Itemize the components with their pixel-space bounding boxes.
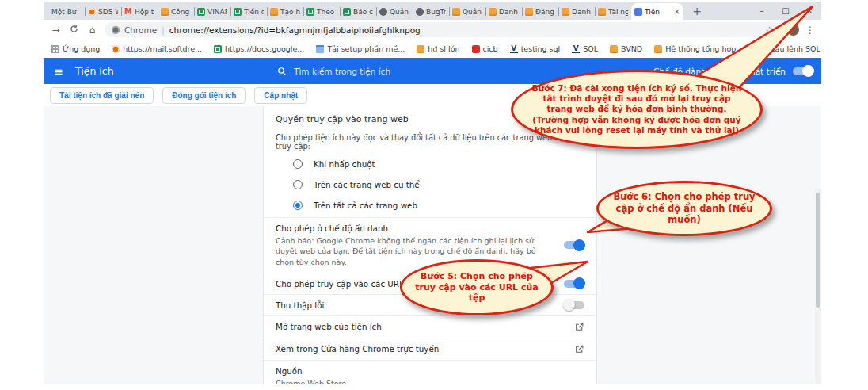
tab[interactable]: Tiến độ [230,3,267,20]
radio-icon[interactable] [293,159,303,169]
bookmark-star-icon[interactable]: ☆ [765,25,774,36]
sheets-icon [343,8,351,16]
tab-label: Công ty [171,8,191,16]
at-icon: @ [748,45,756,53]
invoice-icon [610,45,618,53]
scrollbar-thumb[interactable] [816,193,820,308]
tab-active[interactable]: Tiện× [631,3,683,20]
developer-mode-toggle[interactable] [793,67,813,75]
extensions-search[interactable]: Tìm kiếm trong tiện ích [277,67,390,76]
setting-row-text: Xem trong Cửa hàng Chrome trực tuyến [276,344,439,354]
setting-row: NguồnChrome Web Store [264,361,596,384]
tab-label: SDS We [98,8,118,16]
external-link-icon[interactable] [574,322,584,332]
bookmark-label: Ứng dụng [63,44,100,53]
bookmark-item[interactable]: Ứng dụng [51,44,100,53]
tab[interactable]: Danh s [485,3,522,20]
bookmark-item[interactable]: https://mail.softdre... [112,44,202,53]
tab-close-icon[interactable]: × [674,7,680,16]
sheets-icon [197,8,205,16]
tab-label: Danh s [499,8,519,16]
bookmark-label: Tải setup phần mề... [327,44,405,53]
bookmark-label: BVND [621,44,642,53]
invoice-icon [598,8,606,16]
tabs-container: Một BưSDS WeMHộp thCông tyVINAFRTiến độT… [48,2,683,20]
tab[interactable]: Tạo hó [267,3,303,20]
toggle-on[interactable] [564,241,584,249]
tab[interactable]: BugTra [413,3,449,20]
home-icon[interactable]: ⌂ [86,25,98,36]
page-scrollbar[interactable] [815,189,821,384]
tab[interactable]: Đăng n [522,3,558,20]
tab[interactable]: Báo cá [340,3,376,20]
toggle-knob [573,239,585,251]
bookmark-item[interactable]: VSQL [572,44,598,53]
tab[interactable]: Quản lý [449,3,485,20]
bookmark-item[interactable]: @13 câu lệnh SQL qu... [748,44,821,53]
callout-step7: Bước 7: Đã cài xong tiện ích ký số. Thực… [511,70,763,149]
toggle-knob [573,277,585,289]
page-icon [316,45,324,53]
tab[interactable]: SDS We [85,3,121,20]
tab-label: Quản lý [463,8,482,16]
setting-title: Xem trong Cửa hàng Chrome trực tuyến [276,344,439,354]
setting-row[interactable]: Xem trong Cửa hàng Chrome trực tuyến [264,338,596,361]
hamburger-menu-icon[interactable]: ≡ [51,65,66,78]
tab-label: Tạo hó [280,8,300,16]
tab[interactable]: Tài ngu [595,3,631,20]
radio-label: Khi nhấp chuột [314,159,375,169]
tab[interactable]: Một Bư [48,3,85,20]
setting-row[interactable]: Mở trang web của tiện ích [264,316,596,338]
invoice-icon [525,8,533,16]
bookmark-item[interactable]: https://docs.google... [214,44,304,53]
toggle-on[interactable] [564,280,584,288]
bookmark-item[interactable]: BVND [610,44,642,53]
new-tab-button[interactable]: + [688,3,706,19]
invoice-icon [417,45,424,53]
site-access-option: Trên các trang web cụ thể [276,174,584,195]
tab[interactable]: VINAFR [194,3,230,20]
radio-selected-icon[interactable] [293,201,303,210]
badge-icon [472,45,480,53]
address-bar[interactable]: Chrome | chrome://extensions/?id=bkfagmn… [105,22,781,37]
bookmark-label: hđ sl lớn [428,44,459,53]
action-button-1[interactable]: Tải tiện ích đã giải nén [50,87,154,104]
forward-icon[interactable]: → [50,25,62,36]
minimize-window-icon[interactable]: – [750,2,774,20]
invoice-icon [562,8,569,16]
tab-strip: Một BưSDS WeMHộp thCông tyVINAFRTiến độT… [44,2,821,20]
extension-detail-card: Quyền truy cập vào trang web Cho phép ti… [263,106,597,384]
bookmark-item[interactable]: cicb [472,44,498,53]
bookmark-item[interactable]: hđ sl lớn [417,44,459,53]
tab[interactable]: Theo d [303,3,340,20]
profile-avatar[interactable] [787,24,799,36]
tab[interactable]: Danh s [558,3,595,20]
action-button-2[interactable]: Đóng gói tiện ích [162,87,246,104]
tab[interactable]: MHộp th [121,3,158,20]
section-description: Cho phép tiện ích này đọc và thay đổi tấ… [276,133,584,151]
setting-title: Nguồn [276,366,346,376]
reload-icon[interactable] [68,25,80,36]
bookmark-item[interactable]: Vtesting sql [510,44,561,53]
v-icon: V [510,44,518,53]
toggle-off[interactable] [564,301,584,309]
action-button-3[interactable]: Cập nhật [254,87,307,104]
setting-title: Thu thập lỗi [276,300,324,310]
callout-step5: Bước 5: Chọn cho phép truy cập vào các U… [400,259,554,315]
search-placeholder: Tìm kiếm trong tiện ích [294,67,390,76]
close-window-icon[interactable]: × [798,2,821,20]
radio-icon[interactable] [293,180,303,189]
url-prefix: Chrome [124,25,157,35]
setting-subtitle: Chrome Web Store [276,378,346,384]
browser-menu-icon[interactable]: ⋮ [805,25,815,36]
apps-icon [51,45,59,53]
tab-label: Theo d [317,8,337,16]
bookmark-item[interactable]: Hệ thống tổng hợp [654,44,736,53]
tab[interactable]: Công ty [158,3,194,20]
bookmark-item[interactable]: Tải setup phần mề... [316,44,405,53]
external-link-icon[interactable] [574,344,584,354]
tab-label: Hộp th [135,8,154,16]
tab[interactable]: Quản lý [376,3,413,20]
maximize-window-icon[interactable]: □ [774,2,798,20]
callout-step6-text: Bước 6: Chọn cho phép truy cập ở chế độ … [611,191,758,225]
